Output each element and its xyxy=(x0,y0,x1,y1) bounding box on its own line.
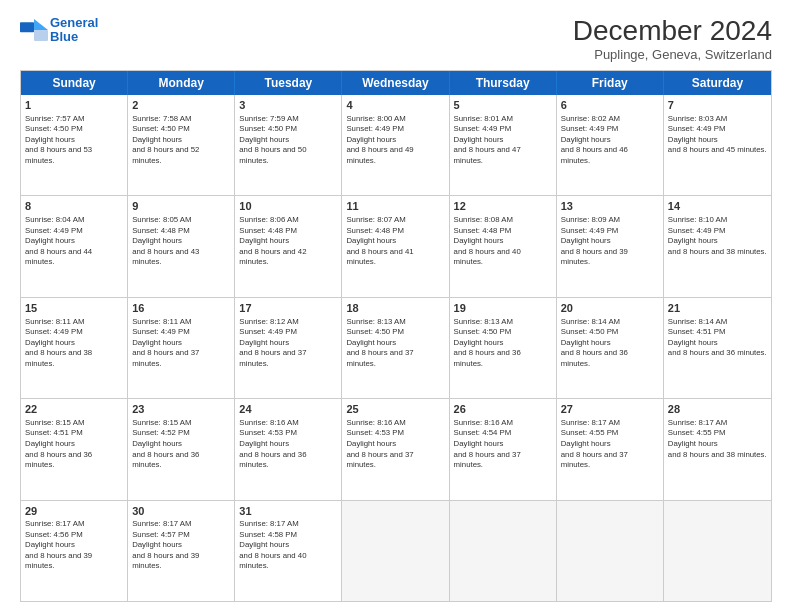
calendar-header-saturday: Saturday xyxy=(664,71,771,95)
calendar-header: SundayMondayTuesdayWednesdayThursdayFrid… xyxy=(21,71,771,95)
day-number: 24 xyxy=(239,402,337,417)
day-number: 26 xyxy=(454,402,552,417)
day-details: Sunrise: 8:17 AMSunset: 4:57 PMDaylight … xyxy=(132,519,230,572)
day-number: 19 xyxy=(454,301,552,316)
day-details: Sunrise: 8:03 AMSunset: 4:49 PMDaylight … xyxy=(668,114,767,156)
day-details: Sunrise: 8:09 AMSunset: 4:49 PMDaylight … xyxy=(561,215,659,268)
day-number: 25 xyxy=(346,402,444,417)
calendar-day-28: 28Sunrise: 8:17 AMSunset: 4:55 PMDayligh… xyxy=(664,399,771,499)
day-details: Sunrise: 8:02 AMSunset: 4:49 PMDaylight … xyxy=(561,114,659,167)
calendar-day-25: 25Sunrise: 8:16 AMSunset: 4:53 PMDayligh… xyxy=(342,399,449,499)
day-details: Sunrise: 8:04 AMSunset: 4:49 PMDaylight … xyxy=(25,215,123,268)
day-number: 16 xyxy=(132,301,230,316)
calendar-day-17: 17Sunrise: 8:12 AMSunset: 4:49 PMDayligh… xyxy=(235,298,342,398)
day-details: Sunrise: 8:01 AMSunset: 4:49 PMDaylight … xyxy=(454,114,552,167)
calendar-week-4: 22Sunrise: 8:15 AMSunset: 4:51 PMDayligh… xyxy=(21,398,771,499)
day-details: Sunrise: 8:17 AMSunset: 4:55 PMDaylight … xyxy=(668,418,767,460)
day-details: Sunrise: 8:17 AMSunset: 4:55 PMDaylight … xyxy=(561,418,659,471)
calendar-day-27: 27Sunrise: 8:17 AMSunset: 4:55 PMDayligh… xyxy=(557,399,664,499)
day-number: 27 xyxy=(561,402,659,417)
day-details: Sunrise: 8:11 AMSunset: 4:49 PMDaylight … xyxy=(132,317,230,370)
calendar-day-4: 4Sunrise: 8:00 AMSunset: 4:49 PMDaylight… xyxy=(342,95,449,195)
calendar-day-12: 12Sunrise: 8:08 AMSunset: 4:48 PMDayligh… xyxy=(450,196,557,296)
day-details: Sunrise: 8:17 AMSunset: 4:58 PMDaylight … xyxy=(239,519,337,572)
day-details: Sunrise: 8:14 AMSunset: 4:51 PMDaylight … xyxy=(668,317,767,359)
day-number: 11 xyxy=(346,199,444,214)
calendar-day-16: 16Sunrise: 8:11 AMSunset: 4:49 PMDayligh… xyxy=(128,298,235,398)
day-number: 22 xyxy=(25,402,123,417)
logo-text: General Blue xyxy=(50,16,98,45)
day-number: 29 xyxy=(25,504,123,519)
header: General Blue December 2024 Puplinge, Gen… xyxy=(20,16,772,62)
day-number: 7 xyxy=(668,98,767,113)
day-number: 2 xyxy=(132,98,230,113)
day-number: 23 xyxy=(132,402,230,417)
day-number: 30 xyxy=(132,504,230,519)
day-number: 9 xyxy=(132,199,230,214)
calendar-day-7: 7Sunrise: 8:03 AMSunset: 4:49 PMDaylight… xyxy=(664,95,771,195)
logo-general: General xyxy=(50,15,98,30)
calendar-header-wednesday: Wednesday xyxy=(342,71,449,95)
calendar-day-3: 3Sunrise: 7:59 AMSunset: 4:50 PMDaylight… xyxy=(235,95,342,195)
day-number: 8 xyxy=(25,199,123,214)
day-number: 21 xyxy=(668,301,767,316)
day-details: Sunrise: 7:59 AMSunset: 4:50 PMDaylight … xyxy=(239,114,337,167)
day-details: Sunrise: 8:16 AMSunset: 4:53 PMDaylight … xyxy=(346,418,444,471)
day-number: 15 xyxy=(25,301,123,316)
calendar-header-friday: Friday xyxy=(557,71,664,95)
calendar-empty-cell xyxy=(342,501,449,601)
day-number: 10 xyxy=(239,199,337,214)
calendar-empty-cell xyxy=(664,501,771,601)
calendar-day-24: 24Sunrise: 8:16 AMSunset: 4:53 PMDayligh… xyxy=(235,399,342,499)
logo-blue: Blue xyxy=(50,29,78,44)
day-details: Sunrise: 8:10 AMSunset: 4:49 PMDaylight … xyxy=(668,215,767,257)
day-number: 1 xyxy=(25,98,123,113)
calendar-day-11: 11Sunrise: 8:07 AMSunset: 4:48 PMDayligh… xyxy=(342,196,449,296)
day-number: 17 xyxy=(239,301,337,316)
day-details: Sunrise: 8:14 AMSunset: 4:50 PMDaylight … xyxy=(561,317,659,370)
calendar-week-1: 1Sunrise: 7:57 AMSunset: 4:50 PMDaylight… xyxy=(21,95,771,195)
calendar-day-13: 13Sunrise: 8:09 AMSunset: 4:49 PMDayligh… xyxy=(557,196,664,296)
day-number: 3 xyxy=(239,98,337,113)
calendar-day-10: 10Sunrise: 8:06 AMSunset: 4:48 PMDayligh… xyxy=(235,196,342,296)
calendar-day-20: 20Sunrise: 8:14 AMSunset: 4:50 PMDayligh… xyxy=(557,298,664,398)
day-number: 13 xyxy=(561,199,659,214)
calendar-day-15: 15Sunrise: 8:11 AMSunset: 4:49 PMDayligh… xyxy=(21,298,128,398)
calendar-day-5: 5Sunrise: 8:01 AMSunset: 4:49 PMDaylight… xyxy=(450,95,557,195)
day-details: Sunrise: 8:17 AMSunset: 4:56 PMDaylight … xyxy=(25,519,123,572)
logo-icon xyxy=(20,19,48,41)
day-number: 28 xyxy=(668,402,767,417)
page-title: December 2024 xyxy=(573,16,772,47)
calendar-day-23: 23Sunrise: 8:15 AMSunset: 4:52 PMDayligh… xyxy=(128,399,235,499)
calendar-day-19: 19Sunrise: 8:13 AMSunset: 4:50 PMDayligh… xyxy=(450,298,557,398)
day-details: Sunrise: 8:16 AMSunset: 4:54 PMDaylight … xyxy=(454,418,552,471)
calendar-day-31: 31Sunrise: 8:17 AMSunset: 4:58 PMDayligh… xyxy=(235,501,342,601)
calendar-body: 1Sunrise: 7:57 AMSunset: 4:50 PMDaylight… xyxy=(21,95,771,601)
day-number: 18 xyxy=(346,301,444,316)
day-details: Sunrise: 8:08 AMSunset: 4:48 PMDaylight … xyxy=(454,215,552,268)
day-number: 6 xyxy=(561,98,659,113)
calendar-day-30: 30Sunrise: 8:17 AMSunset: 4:57 PMDayligh… xyxy=(128,501,235,601)
day-details: Sunrise: 8:15 AMSunset: 4:51 PMDaylight … xyxy=(25,418,123,471)
calendar-day-9: 9Sunrise: 8:05 AMSunset: 4:48 PMDaylight… xyxy=(128,196,235,296)
calendar: SundayMondayTuesdayWednesdayThursdayFrid… xyxy=(20,70,772,602)
calendar-empty-cell xyxy=(450,501,557,601)
calendar-day-6: 6Sunrise: 8:02 AMSunset: 4:49 PMDaylight… xyxy=(557,95,664,195)
day-details: Sunrise: 8:13 AMSunset: 4:50 PMDaylight … xyxy=(454,317,552,370)
day-details: Sunrise: 8:05 AMSunset: 4:48 PMDaylight … xyxy=(132,215,230,268)
day-details: Sunrise: 8:11 AMSunset: 4:49 PMDaylight … xyxy=(25,317,123,370)
title-block: December 2024 Puplinge, Geneva, Switzerl… xyxy=(573,16,772,62)
day-details: Sunrise: 7:58 AMSunset: 4:50 PMDaylight … xyxy=(132,114,230,167)
day-number: 4 xyxy=(346,98,444,113)
day-details: Sunrise: 8:13 AMSunset: 4:50 PMDaylight … xyxy=(346,317,444,370)
logo: General Blue xyxy=(20,16,98,45)
calendar-header-thursday: Thursday xyxy=(450,71,557,95)
calendar-header-tuesday: Tuesday xyxy=(235,71,342,95)
day-number: 5 xyxy=(454,98,552,113)
calendar-day-1: 1Sunrise: 7:57 AMSunset: 4:50 PMDaylight… xyxy=(21,95,128,195)
calendar-day-18: 18Sunrise: 8:13 AMSunset: 4:50 PMDayligh… xyxy=(342,298,449,398)
calendar-day-29: 29Sunrise: 8:17 AMSunset: 4:56 PMDayligh… xyxy=(21,501,128,601)
day-number: 20 xyxy=(561,301,659,316)
svg-rect-2 xyxy=(34,30,48,41)
calendar-day-26: 26Sunrise: 8:16 AMSunset: 4:54 PMDayligh… xyxy=(450,399,557,499)
